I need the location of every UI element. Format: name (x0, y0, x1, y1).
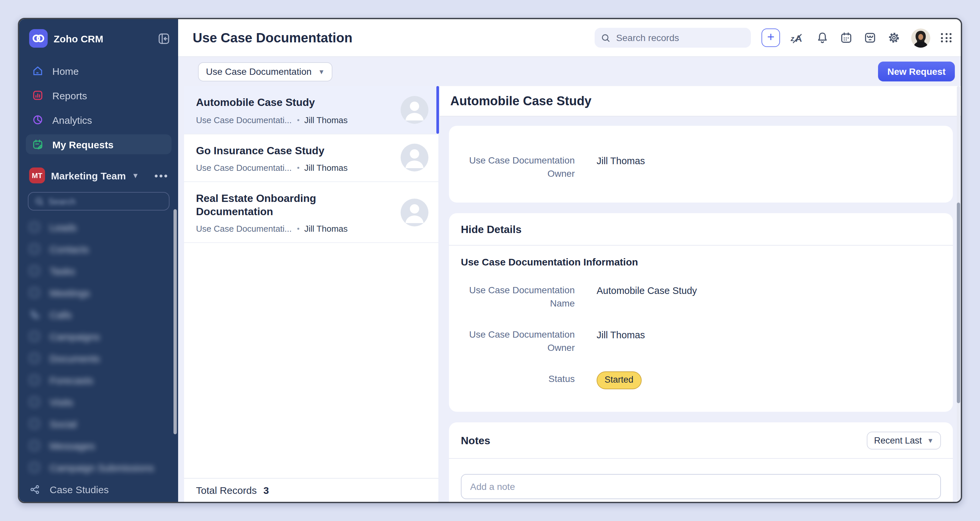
module-icon (30, 419, 40, 429)
field-value: Jill Thomas (597, 154, 645, 168)
record-type: Use Case Documentati... (196, 224, 292, 233)
sidebar-item-analytics[interactable]: Analytics (26, 110, 172, 130)
zia-icon[interactable]: zA (791, 31, 805, 44)
record-subtitle: Use Case Documentati... Jill Thomas (196, 163, 396, 173)
record-list: Automobile Case Study Use Case Documenta… (184, 86, 438, 478)
sidebar-item-meetings[interactable]: Meetings (19, 282, 178, 304)
content-panels: Automobile Case Study Use Case Documenta… (178, 86, 961, 502)
notes-sort-dropdown[interactable]: Recent Last ▼ (867, 432, 941, 450)
status-field: Started (597, 373, 641, 389)
app-window: Zoho CRM Home Reports (18, 18, 962, 503)
detail-header: Automobile Case Study (440, 86, 961, 116)
sidebar-item-campaigns[interactable]: Campaigns (19, 326, 178, 348)
chevron-down-icon: ▼ (318, 68, 325, 75)
divider (449, 458, 953, 459)
notifications-bell-icon[interactable] (816, 31, 829, 44)
sidebar-item-contacts[interactable]: Contacts (19, 238, 178, 260)
calendar-icon[interactable] (840, 31, 853, 44)
module-icon (30, 222, 40, 233)
detail-scrollbar-thumb[interactable] (957, 203, 960, 403)
sidebar-item-documents[interactable]: Documents (19, 348, 178, 369)
list-item[interactable]: Real Estate Onboarding Documentation Use… (184, 182, 438, 243)
summary-card: Use Case Documentation Owner Jill Thomas (449, 126, 953, 203)
new-request-button[interactable]: New Request (878, 62, 955, 81)
topbar-controls: + zA (595, 28, 952, 48)
field-row: Use Case Documentation Owner Jill Thomas (461, 328, 941, 354)
sidebar-item-calls[interactable]: Calls (19, 304, 178, 326)
list-footer: Total Records 3 (184, 478, 438, 502)
record-avatar (401, 144, 428, 172)
sidebar-item-messages[interactable]: Messages (19, 435, 178, 457)
top-bar: Use Case Documentation + zA (178, 19, 961, 57)
list-item[interactable]: Go Insurance Case Study Use Case Documen… (184, 134, 438, 182)
sidebar-header: Zoho CRM (19, 19, 178, 54)
dot-separator (297, 167, 299, 169)
record-title: Go Insurance Case Study (196, 144, 358, 157)
details-card: Hide Details Use Case Documentation Info… (449, 213, 953, 412)
sidebar-item-reports[interactable]: Reports (26, 86, 172, 105)
record-subtitle: Use Case Documentati... Jill Thomas (196, 224, 396, 233)
sidebar-item-label: My Requests (52, 139, 114, 150)
sidebar: Zoho CRM Home Reports (19, 19, 178, 502)
user-avatar[interactable] (911, 28, 930, 47)
record-avatar (401, 198, 428, 226)
marketplace-icon[interactable] (864, 31, 877, 44)
field-label: Use Case Documentation Owner (461, 154, 575, 180)
module-icon (30, 288, 40, 298)
team-more-icon[interactable]: ••• (154, 170, 169, 181)
list-item[interactable]: Automobile Case Study Use Case Documenta… (184, 86, 438, 134)
my-requests-icon (32, 138, 44, 150)
module-icon (30, 462, 40, 473)
detail-scroll-area[interactable]: Use Case Documentation Owner Jill Thomas… (440, 116, 961, 502)
sidebar-item-home[interactable]: Home (26, 61, 172, 81)
dot-separator (297, 228, 299, 230)
apps-grid-icon[interactable] (941, 33, 952, 42)
sidebar-item-label: Analytics (52, 114, 92, 125)
sidebar-modules: Leads Contacts Tasks Meetings Calls Camp… (19, 214, 178, 500)
view-selector-dropdown[interactable]: Use Case Documentation ▼ (198, 62, 333, 81)
settings-gear-icon[interactable] (887, 31, 900, 44)
zoho-crm-logo-icon (29, 29, 48, 48)
sidebar-item-social[interactable]: Social (19, 413, 178, 435)
notes-sort-label: Recent Last (874, 436, 922, 446)
chevron-down-icon: ▼ (927, 437, 934, 445)
search-input[interactable] (615, 32, 744, 44)
sidebar-item-label: Reports (52, 90, 87, 101)
sidebar-item-leads[interactable]: Leads (19, 216, 178, 238)
sidebar-item-visits[interactable]: Visits (19, 391, 178, 413)
global-search[interactable] (595, 28, 751, 48)
record-avatar (401, 96, 428, 124)
sidebar-search-input[interactable]: Search (28, 192, 170, 211)
module-icon (30, 397, 40, 407)
app-name: Zoho CRM (54, 33, 158, 44)
record-type: Use Case Documentati... (196, 115, 292, 125)
record-title: Automobile Case Study (196, 96, 358, 109)
sidebar-item-tasks[interactable]: Tasks (19, 260, 178, 282)
svg-text:z: z (791, 35, 794, 43)
module-icon (30, 244, 40, 254)
field-value: Automobile Case Study (597, 284, 697, 297)
notes-header: Notes Recent Last ▼ (461, 432, 941, 450)
record-owner: Jill Thomas (304, 224, 348, 233)
sidebar-item-forecasts[interactable]: Forecasts (19, 369, 178, 391)
sidebar-collapse-icon[interactable] (158, 32, 170, 45)
add-note-input[interactable] (461, 474, 941, 499)
main-area: Use Case Documentation + zA (178, 19, 961, 502)
sidebar-scrollbar[interactable] (173, 209, 177, 434)
sidebar-item-my-requests[interactable]: My Requests (26, 134, 172, 154)
screen: Zoho CRM Home Reports (0, 0, 980, 521)
notes-title: Notes (461, 435, 490, 447)
section-title: Use Case Documentation Information (461, 256, 941, 267)
record-title: Real Estate Onboarding Documentation (196, 192, 358, 218)
divider (449, 245, 953, 246)
team-selector[interactable]: MT Marketing Team ▼ ••• (19, 159, 178, 189)
sidebar-item-campaign-submissions[interactable]: Campaign Submissions (19, 457, 178, 479)
hide-details-toggle[interactable]: Hide Details (461, 224, 941, 236)
record-type: Use Case Documentati... (196, 163, 292, 173)
quick-create-button[interactable]: + (762, 29, 780, 47)
record-owner: Jill Thomas (304, 115, 348, 125)
sidebar-item-case-studies[interactable]: Case Studies (19, 479, 178, 500)
field-row: Use Case Documentation Owner Jill Thomas (461, 154, 941, 180)
field-label: Use Case Documentation Name (461, 284, 575, 310)
total-records-label: Total Records (196, 484, 256, 496)
